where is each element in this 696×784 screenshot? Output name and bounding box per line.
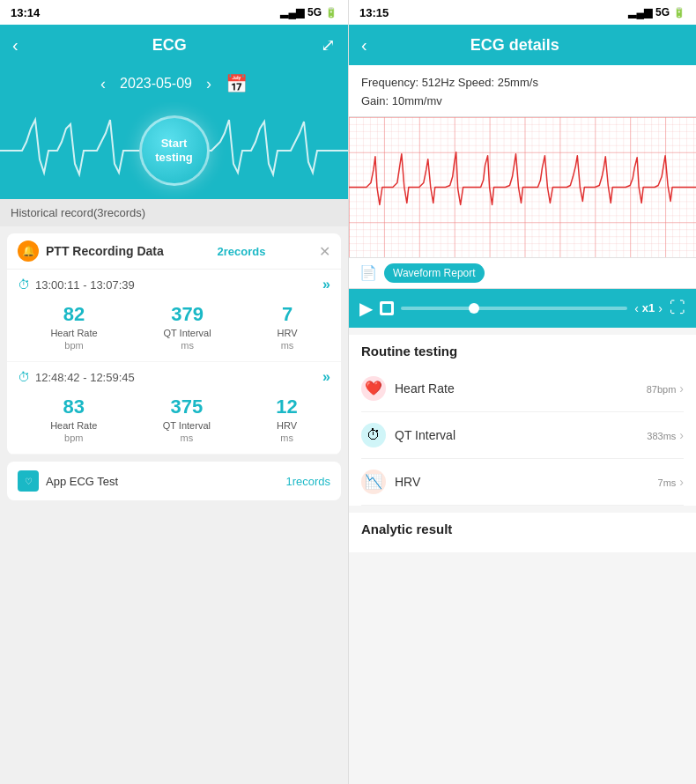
speed-control: ‹ x1 › [634,301,663,315]
left-nav-bar: ‹ ECG ⤢ [0,25,348,65]
calendar-icon[interactable]: 📅 [226,73,248,94]
qt-chevron: › [679,428,684,442]
heart-rate-unit: bpm [657,384,676,395]
analytic-section-title: Analytic result [361,521,684,544]
record-1-time-row[interactable]: ⏱ 13:00:11 - 13:07:39 » [18,277,330,292]
right-signal-area: ▂▄▆ 5G 🔋 [628,6,685,18]
speed-next-button[interactable]: › [658,301,663,315]
app-ecg-record-group[interactable]: ♡ App ECG Test 1records [7,462,341,500]
date-next-button[interactable]: › [206,75,211,93]
record-item-1: ⏱ 13:00:11 - 13:07:39 » 82 Heart Rate bp… [7,270,341,362]
record-2-hr-value: 83 [63,396,85,418]
record-1-hr-value: 82 [63,303,85,326]
heart-rate-chevron: › [679,381,684,396]
record-1-hr-label: Heart Rate [50,328,97,338]
right-signal-bars: ▂▄▆ [628,6,652,18]
left-status-bar: 13:14 ▂▄▆ 5G 🔋 [0,0,348,25]
expand-button[interactable]: ⛶ [670,299,685,317]
qt-icon: ⏱ [367,427,381,443]
qt-label: QT Interval [395,428,647,442]
right-time: 13:15 [359,6,389,19]
right-nav-title: ECG details [374,36,655,55]
record-1-hrv-unit: ms [281,340,294,351]
speed-prev-button[interactable]: ‹ [634,301,639,315]
speed-value: x1 [642,301,655,314]
hrv-value: 7ms [658,475,677,489]
record-2-hr-unit: bpm [64,433,83,443]
heart-rate-label: Heart Rate [395,381,647,396]
heart-rate-icon-container: ❤️ [361,376,386,401]
record-2-qt-unit: ms [181,433,194,443]
left-panel: 13:14 ▂▄▆ 5G 🔋 ‹ ECG ⤢ ‹ 2023-05-09 › 📅 … [0,0,348,784]
playback-progress-bar[interactable] [401,307,627,310]
routine-section-title: Routine testing [361,344,684,366]
right-panel: 13:15 ▂▄▆ 5G 🔋 ‹ ECG details Frequency: … [348,0,696,784]
waveform-report-badge[interactable]: Waveform Report [384,263,485,283]
right-status-bar: 13:15 ▂▄▆ 5G 🔋 [349,0,696,25]
record-1-heart-rate: 82 Heart Rate bpm [50,303,97,351]
record-item-2: ⏱ 12:48:42 - 12:59:45 » 83 Heart Rate bp… [7,362,341,455]
ecg-chart [349,117,696,258]
stop-button[interactable] [380,301,394,315]
record-1-time: ⏱ 13:00:11 - 13:07:39 [18,277,135,292]
record-1-qt-label: QT Interval [163,328,211,338]
record-2-hr-label: Heart Rate [50,420,97,431]
record-2-time-text: 12:48:42 - 12:59:45 [35,371,135,384]
date-prev-button[interactable]: ‹ [100,75,106,93]
left-share-button[interactable]: ⤢ [321,34,336,55]
heart-rate-icon: ❤️ [365,380,382,396]
ecg-grid-svg [349,117,696,257]
routine-heart-rate-row[interactable]: ❤️ Heart Rate 87bpm › [361,366,684,412]
waveform-toolbar: 📄 Waveform Report [349,258,696,289]
record-2-hrv: 12 HRV ms [276,396,297,443]
qt-icon-container: ⏱ [361,423,386,447]
document-icon: 📄 [359,264,377,281]
routine-qt-interval-row[interactable]: ⏱ QT Interval 383ms › [361,412,684,459]
record-2-heart-rate: 83 Heart Rate bpm [50,396,97,443]
qt-unit: ms [663,431,677,441]
heart-rate-num: 87 [647,384,657,395]
app-ecg-count: 1records [285,475,330,488]
record-1-qt-unit: ms [181,340,194,351]
record-1-metrics: 82 Heart Rate bpm 379 QT Interval ms 7 H… [18,300,330,354]
play-button[interactable]: ▶ [359,298,373,319]
ptt-icon-symbol: 🔔 [22,245,35,257]
start-testing-button[interactable]: Start testing [139,115,210,186]
stop-icon [382,304,391,313]
hrv-icon: 📉 [365,473,382,490]
record-2-metrics: 83 Heart Rate bpm 375 QT Interval ms 12 … [18,392,330,447]
progress-thumb [469,303,479,314]
record-1-hrv: 7 HRV ms [278,303,298,351]
record-1-time-text: 13:00:11 - 13:07:39 [35,278,135,292]
routine-testing-section: Routine testing ❤️ Heart Rate 87bpm › ⏱ … [349,335,696,506]
record-1-hrv-value: 7 [282,303,292,326]
record-2-qt-value: 375 [170,396,203,418]
record-2-chevron: » [322,369,330,385]
start-btn-line1: Start [161,137,188,151]
ptt-group-header: 🔔 PTT Recording Data 2records ✕ [7,233,341,270]
left-signal-area: ▂▄▆ 5G 🔋 [280,6,337,18]
record-2-hrv-value: 12 [276,396,297,418]
record-2-time-row[interactable]: ⏱ 12:48:42 - 12:59:45 » [18,369,330,385]
records-container: 🔔 PTT Recording Data 2records ✕ ⏱ 13:00:… [0,226,348,784]
left-back-button[interactable]: ‹ [12,35,19,55]
ecg-info-line2: Gain: 10mm/mv [361,92,684,111]
right-nav-bar: ‹ ECG details [349,25,696,65]
analytic-result-section: Analytic result [349,513,696,552]
record-1-chevron: » [322,277,330,292]
left-signal-bars: ▂▄▆ [280,6,304,18]
record-2-time: ⏱ 12:48:42 - 12:59:45 [18,370,135,384]
ptt-records-count: 2records [217,245,265,258]
clock-icon-1: ⏱ [18,277,30,292]
clock-icon-2: ⏱ [18,370,30,384]
ptt-group-title-area: 🔔 PTT Recording Data [18,240,164,262]
hrv-unit: ms [663,477,677,488]
historical-label: Historical record(3records) [11,206,145,219]
historical-header: Historical record(3records) [0,199,348,226]
left-battery-icon: 🔋 [325,7,337,18]
ptt-close-button[interactable]: ✕ [319,243,330,260]
routine-hrv-row[interactable]: 📉 HRV 7ms › [361,459,684,506]
ecg-info-line1: Frequency: 512Hz Speed: 25mm/s [361,74,684,92]
right-back-button[interactable]: ‹ [361,35,367,55]
ptt-group-title: PTT Recording Data [46,244,164,258]
